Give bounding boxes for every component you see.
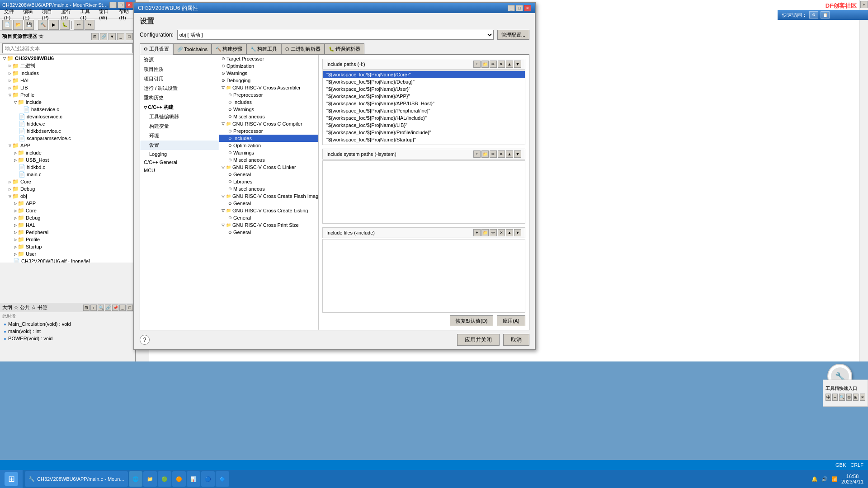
sys-add-btn[interactable]: + <box>473 150 481 158</box>
explorer-minimize[interactable]: _ <box>117 33 124 40</box>
taskbar-item-0[interactable]: 🔧 CH32V208WBU6/APP/main.c - Moun... <box>25 471 128 487</box>
tool-linker-misc[interactable]: ⊙ Miscellaneous <box>219 185 318 192</box>
toolbar-open[interactable]: 📂 <box>13 20 23 30</box>
include-path-item-4[interactable]: "${workspace_loc/${ProjName}/APP/USB_Hos… <box>323 100 525 107</box>
menu-build-vars[interactable]: 构建变量 <box>140 122 219 131</box>
tool-gnu-assembler[interactable]: ▽ 📁 GNU RISC-V Cross Assembler <box>219 84 318 91</box>
tree-item-obj-user[interactable]: ▷ 📁 User <box>0 250 135 258</box>
tool-compiler-optimization[interactable]: ⊙ Optimization <box>219 142 318 149</box>
tool-print-size[interactable]: ▽ 📁 GNU RISC-V Cross Print Size <box>219 221 318 229</box>
tool-flash-general[interactable]: ⊙ General <box>219 200 318 207</box>
tree-item-app[interactable]: ▽ 📁 APP <box>0 142 135 149</box>
include-path-item-5[interactable]: "${workspace_loc/${ProjName}/Peripheral/… <box>323 107 525 114</box>
dialog-minimize[interactable]: _ <box>508 5 515 11</box>
include-add-btn[interactable]: + <box>473 61 481 68</box>
toolbar-new[interactable]: 📄 <box>2 20 12 30</box>
include-path-item-8[interactable]: "${workspace_loc/${ProjName}/Profile/inc… <box>323 129 525 136</box>
sys-add-workspace-btn[interactable]: 📁 <box>481 150 489 158</box>
tool-gnu-c-linker[interactable]: ▽ 📁 GNU RISC-V Cross C Linker <box>219 164 318 171</box>
menu-resources[interactable]: 资源 <box>140 55 219 65</box>
tool-print-general[interactable]: ⊙ General <box>219 229 318 236</box>
tree-item-app-include[interactable]: ▷ 📁 include <box>0 149 135 156</box>
search-input[interactable] <box>2 43 133 53</box>
tree-item-elf[interactable]: 📄 CH32V208WBU6.elf - [none/le] <box>0 258 135 263</box>
tool-flash-image[interactable]: ▽ 📁 GNU RISC-V Cross Create Flash Image <box>219 192 318 200</box>
menu-edit[interactable]: 编辑(E) <box>21 7 37 21</box>
include-path-item-9[interactable]: "${workspace_loc/${ProjName}/Startup}" <box>323 136 525 143</box>
explorer-link-editor[interactable]: 🔗 <box>100 33 107 40</box>
menu-project[interactable]: 项目(P) <box>40 7 56 21</box>
tool-optimization[interactable]: ⊙ Optimization <box>219 62 318 70</box>
config-select[interactable]: obj [ 活动 ] <box>177 30 494 40</box>
taskbar-item-app4[interactable]: 🔵 <box>201 471 215 487</box>
tool-compiler-preprocessor[interactable]: ⊙ Preprocessor <box>219 127 318 135</box>
menu-environment[interactable]: 环境 <box>140 131 219 141</box>
include-delete-btn[interactable]: ✕ <box>498 61 505 68</box>
include-down-btn[interactable]: ▼ <box>514 61 521 68</box>
tree-item-obj-peripheral[interactable]: ▷ 📁 Peripheral <box>0 229 135 236</box>
tool-create-listing[interactable]: ▽ 📁 GNU RISC-V Cross Create Listing <box>219 207 318 214</box>
outline-filter-btn[interactable]: 🔍 <box>98 305 104 311</box>
tab-tool-settings[interactable]: ⚙ 工具设置 <box>140 43 173 55</box>
ftb-btn3[interactable]: 🔍 <box>839 394 845 401</box>
tree-item-binary[interactable]: ▷ 📁 二进制 <box>0 62 135 70</box>
include-path-item-0[interactable]: "${workspace_loc/${ProjName}/Core}" <box>323 71 525 78</box>
menu-project-nature[interactable]: 项目性质 <box>140 65 219 74</box>
files-edit-btn[interactable]: ✏ <box>490 229 497 236</box>
ftb-btn4[interactable]: ⚙ <box>846 394 852 401</box>
toolbar-undo[interactable]: ↩ <box>74 20 84 30</box>
explorer-maximize[interactable]: □ <box>126 33 133 40</box>
sys-delete-btn[interactable]: ✕ <box>498 150 505 158</box>
tree-item-hidkbd[interactable]: 📄 hidkbd.c <box>0 164 135 171</box>
apply-button[interactable]: 应用(A) <box>497 315 525 326</box>
outline-maximize-btn[interactable]: □ <box>127 305 133 311</box>
tool-target-processor[interactable]: ⊙ Target Processor <box>219 55 318 62</box>
files-delete-btn[interactable]: ✕ <box>498 229 505 236</box>
sys-edit-btn[interactable]: ✏ <box>490 150 497 158</box>
manage-config-button[interactable]: 管理配置... <box>497 30 529 40</box>
outline-sort-btn[interactable]: ↕ <box>90 305 97 311</box>
taskbar-item-folder[interactable]: 📁 <box>143 471 157 487</box>
explorer-menu[interactable]: ▼ <box>108 33 116 40</box>
include-add-workspace-btn[interactable]: 📁 <box>481 61 489 68</box>
apply-close-button[interactable]: 应用并关闭 <box>457 334 500 346</box>
tree-item-obj-profile[interactable]: ▷ 📁 Profile <box>0 236 135 243</box>
outline-minimize-btn[interactable]: _ <box>119 305 126 311</box>
tree-item-usb-host[interactable]: ▷ 📁 USB_Host <box>0 156 135 164</box>
sys-down-btn[interactable]: ▼ <box>514 150 521 158</box>
tab-binary-parsers[interactable]: ⬡ 二进制解析器 <box>281 43 325 54</box>
menu-project-refs[interactable]: 项目引用 <box>140 74 219 84</box>
restore-defaults-button[interactable]: 恢复默认值(D) <box>450 315 493 326</box>
menu-settings[interactable]: 设置 <box>140 141 219 150</box>
menu-cpp-build[interactable]: ▽ C/C++ 构建 <box>140 103 219 112</box>
tree-item-main[interactable]: 📄 main.c <box>0 171 135 178</box>
menu-mcu[interactable]: MCU <box>140 166 219 174</box>
tool-compiler-warnings[interactable]: ⊙ Warnings <box>219 149 318 156</box>
quick-access-btn1[interactable]: ⚙ <box>809 11 818 19</box>
menu-window[interactable]: 窗口(W) <box>97 7 113 21</box>
taskbar-item-browser[interactable]: 🌐 <box>129 471 142 487</box>
files-add-workspace-btn[interactable]: 📁 <box>481 229 489 236</box>
tool-listing-general[interactable]: ⊙ General <box>219 214 318 221</box>
tree-item-obj[interactable]: ▽ 📁 obj <box>0 192 135 200</box>
tool-linker-libraries[interactable]: ⊙ Libraries <box>219 178 318 185</box>
tree-item-obj-startup[interactable]: ▷ 📁 Startup <box>0 243 135 250</box>
outline-item-main[interactable]: ● main(void) : int <box>0 328 135 335</box>
menu-run-debug[interactable]: 运行 / 调试设置 <box>140 84 219 93</box>
tool-compiler-misc[interactable]: ⊙ Miscellaneous <box>219 156 318 164</box>
tree-item-obj-core[interactable]: ▷ 📁 Core <box>0 207 135 214</box>
tree-item-lib[interactable]: ▷ 📁 LIB <box>0 84 135 91</box>
right-strip-btn[interactable]: » <box>860 1 868 8</box>
outline-pin-btn[interactable]: 📌 <box>112 305 118 311</box>
taskbar-item-app2[interactable]: 🟠 <box>172 471 186 487</box>
tab-error-parsers[interactable]: 🐛 错误解析器 <box>325 43 364 54</box>
tree-item-obj-debug[interactable]: ▷ 📁 Debug <box>0 214 135 221</box>
include-path-item-7[interactable]: "${workspace_loc/${ProjName}/LIB}" <box>323 122 525 129</box>
tree-item-hal[interactable]: ▷ 📁 HAL <box>0 77 135 84</box>
tree-item-scanparamservice[interactable]: 📄 scanparamservice.c <box>0 135 135 142</box>
cancel-button[interactable]: 取消 <box>503 334 529 346</box>
tool-gnu-c-compiler[interactable]: ▽ 📁 GNU RISC-V Cross C Compiler <box>219 120 318 127</box>
quick-access-btn2[interactable]: 📋 <box>821 11 830 19</box>
tool-assembler-preprocessor[interactable]: ⊙ Preprocessor <box>219 91 318 99</box>
tree-item-debug[interactable]: ▷ 📁 Debug <box>0 185 135 192</box>
